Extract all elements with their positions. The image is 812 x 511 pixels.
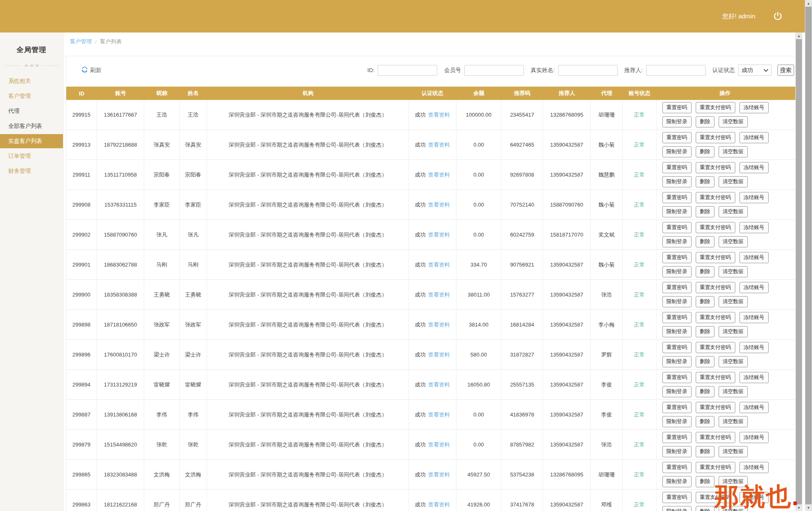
scrollbar-thumb[interactable] bbox=[796, 39, 802, 504]
limit-login-button[interactable]: 限制登录 bbox=[662, 416, 692, 427]
clear-data-button[interactable]: 清空数据 bbox=[719, 116, 748, 127]
delete-button[interactable]: 删除 bbox=[696, 506, 714, 511]
reset-pay-password-button[interactable]: 重置支付密码 bbox=[696, 462, 735, 473]
delete-button[interactable]: 删除 bbox=[696, 176, 714, 187]
reset-password-button[interactable]: 重置密码 bbox=[662, 252, 692, 263]
reset-pay-password-button[interactable]: 重置支付密码 bbox=[696, 282, 735, 293]
reset-password-button[interactable]: 重置密码 bbox=[662, 372, 692, 383]
referrer-input[interactable] bbox=[646, 65, 706, 76]
delete-button[interactable]: 删除 bbox=[696, 416, 714, 427]
realname-input[interactable] bbox=[558, 65, 618, 76]
reset-pay-password-button[interactable]: 重置支付密码 bbox=[696, 162, 735, 173]
freeze-account-button[interactable]: 冻结账号 bbox=[739, 462, 769, 473]
delete-button[interactable]: 删除 bbox=[696, 476, 714, 487]
delete-button[interactable]: 删除 bbox=[696, 296, 714, 307]
freeze-account-button[interactable]: 冻结账号 bbox=[739, 222, 769, 233]
view-profile-link[interactable]: 查看资料 bbox=[428, 171, 450, 179]
clear-data-button[interactable]: 清空数据 bbox=[719, 416, 748, 427]
reset-password-button[interactable]: 重置密码 bbox=[662, 282, 692, 293]
limit-login-button[interactable]: 限制登录 bbox=[662, 206, 692, 217]
reset-password-button[interactable]: 重置密码 bbox=[662, 132, 692, 143]
freeze-account-button[interactable]: 冻结账号 bbox=[739, 132, 769, 143]
view-profile-link[interactable]: 查看资料 bbox=[428, 201, 450, 209]
limit-login-button[interactable]: 限制登录 bbox=[662, 386, 692, 397]
reset-pay-password-button[interactable]: 重置支付密码 bbox=[696, 222, 735, 233]
view-profile-link[interactable]: 查看资料 bbox=[428, 351, 450, 359]
limit-login-button[interactable]: 限制登录 bbox=[662, 236, 692, 247]
freeze-account-button[interactable]: 冻结账号 bbox=[739, 162, 769, 173]
freeze-account-button[interactable]: 冻结账号 bbox=[739, 252, 769, 263]
clear-data-button[interactable]: 清空数据 bbox=[719, 476, 748, 487]
sidebar-item-1[interactable]: 客户管理 bbox=[0, 89, 63, 103]
view-profile-link[interactable]: 查看资料 bbox=[428, 261, 450, 269]
reset-pay-password-button[interactable]: 重置支付密码 bbox=[696, 342, 735, 353]
clear-data-button[interactable]: 清空数据 bbox=[719, 146, 748, 157]
reset-password-button[interactable]: 重置密码 bbox=[662, 222, 692, 233]
scroll-down-icon[interactable]: ▼ bbox=[795, 504, 802, 511]
delete-button[interactable]: 删除 bbox=[696, 116, 714, 127]
limit-login-button[interactable]: 限制登录 bbox=[662, 176, 692, 187]
scroll-up-icon[interactable]: ▲ bbox=[795, 32, 802, 39]
limit-login-button[interactable]: 限制登录 bbox=[662, 116, 692, 127]
limit-login-button[interactable]: 限制登录 bbox=[662, 266, 692, 277]
refresh-button[interactable]: 刷新 bbox=[81, 66, 101, 75]
clear-data-button[interactable]: 清空数据 bbox=[719, 386, 748, 397]
reset-pay-password-button[interactable]: 重置支付密码 bbox=[696, 252, 735, 263]
delete-button[interactable]: 删除 bbox=[696, 146, 714, 157]
view-profile-link[interactable]: 查看资料 bbox=[428, 111, 450, 119]
reset-pay-password-button[interactable]: 重置支付密码 bbox=[696, 402, 735, 413]
limit-login-button[interactable]: 限制登录 bbox=[662, 146, 692, 157]
window-scroll-down-icon[interactable]: ▼ bbox=[805, 504, 812, 511]
clear-data-button[interactable]: 清空数据 bbox=[719, 446, 748, 457]
member-input[interactable] bbox=[464, 65, 524, 76]
reset-password-button[interactable]: 重置密码 bbox=[662, 492, 692, 503]
freeze-account-button[interactable]: 冻结账号 bbox=[739, 342, 769, 353]
power-icon[interactable] bbox=[773, 11, 784, 22]
delete-button[interactable]: 删除 bbox=[696, 446, 714, 457]
clear-data-button[interactable]: 清空数据 bbox=[719, 506, 748, 511]
freeze-account-button[interactable]: 冻结账号 bbox=[739, 312, 769, 323]
reset-pay-password-button[interactable]: 重置支付密码 bbox=[696, 372, 735, 383]
sidebar-item-4[interactable]: 实盘客户列表 bbox=[0, 134, 63, 148]
limit-login-button[interactable]: 限制登录 bbox=[662, 506, 692, 511]
reset-password-button[interactable]: 重置密码 bbox=[662, 162, 692, 173]
clear-data-button[interactable]: 清空数据 bbox=[719, 296, 748, 307]
view-profile-link[interactable]: 查看资料 bbox=[428, 501, 450, 509]
delete-button[interactable]: 删除 bbox=[696, 206, 714, 217]
view-profile-link[interactable]: 查看资料 bbox=[428, 471, 450, 479]
sidebar-item-2[interactable]: 代理 bbox=[0, 104, 63, 118]
view-profile-link[interactable]: 查看资料 bbox=[428, 381, 450, 389]
reset-pay-password-button[interactable]: 重置支付密码 bbox=[696, 192, 735, 203]
view-profile-link[interactable]: 查看资料 bbox=[428, 321, 450, 329]
delete-button[interactable]: 删除 bbox=[696, 326, 714, 337]
reset-password-button[interactable]: 重置密码 bbox=[662, 342, 692, 353]
clear-data-button[interactable]: 清空数据 bbox=[719, 356, 748, 367]
delete-button[interactable]: 删除 bbox=[696, 356, 714, 367]
freeze-account-button[interactable]: 冻结账号 bbox=[739, 492, 769, 503]
view-profile-link[interactable]: 查看资料 bbox=[428, 441, 450, 449]
clear-data-button[interactable]: 清空数据 bbox=[719, 266, 748, 277]
clear-data-button[interactable]: 清空数据 bbox=[719, 206, 748, 217]
reset-password-button[interactable]: 重置密码 bbox=[662, 462, 692, 473]
clear-data-button[interactable]: 清空数据 bbox=[719, 236, 748, 247]
window-scrollbar-thumb[interactable] bbox=[805, 7, 812, 504]
content-scrollbar[interactable]: ▲ ▼ bbox=[795, 32, 802, 511]
reset-pay-password-button[interactable]: 重置支付密码 bbox=[696, 132, 735, 143]
view-profile-link[interactable]: 查看资料 bbox=[428, 141, 450, 149]
window-scroll-up-icon[interactable]: ▲ bbox=[805, 0, 812, 7]
sidebar-item-5[interactable]: 订单管理 bbox=[0, 149, 63, 163]
delete-button[interactable]: 删除 bbox=[696, 386, 714, 397]
reset-pay-password-button[interactable]: 重置支付密码 bbox=[696, 492, 735, 503]
freeze-account-button[interactable]: 冻结账号 bbox=[739, 432, 769, 443]
sidebar-item-6[interactable]: 财务管理 bbox=[0, 164, 63, 178]
limit-login-button[interactable]: 限制登录 bbox=[662, 296, 692, 307]
clear-data-button[interactable]: 清空数据 bbox=[719, 326, 748, 337]
reset-pay-password-button[interactable]: 重置支付密码 bbox=[696, 432, 735, 443]
reset-password-button[interactable]: 重置密码 bbox=[662, 102, 692, 113]
limit-login-button[interactable]: 限制登录 bbox=[662, 476, 692, 487]
limit-login-button[interactable]: 限制登录 bbox=[662, 356, 692, 367]
view-profile-link[interactable]: 查看资料 bbox=[428, 411, 450, 419]
breadcrumb-parent-link[interactable]: 客户管理 bbox=[70, 38, 92, 45]
sidebar-item-0[interactable]: 系统相关 bbox=[0, 74, 63, 88]
reset-password-button[interactable]: 重置密码 bbox=[662, 192, 692, 203]
